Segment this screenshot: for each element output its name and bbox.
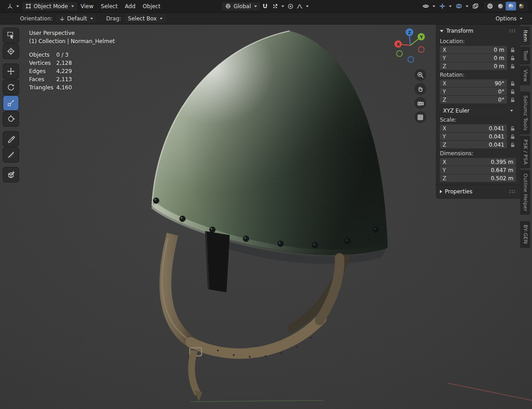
snap-toggle[interactable] <box>260 2 270 10</box>
rotation-mode-select[interactable]: XYZ Euler <box>440 107 516 115</box>
tool-annotate[interactable] <box>3 132 19 146</box>
lock-button[interactable] <box>509 47 516 53</box>
lock-button[interactable] <box>509 142 516 148</box>
options-dropdown[interactable]: Options <box>493 15 526 23</box>
tool-transform[interactable] <box>3 112 19 126</box>
scale-y-field[interactable]: Y0.041 <box>440 133 507 140</box>
rotation-z-field[interactable]: Z0° <box>440 96 507 103</box>
lock-button[interactable] <box>509 126 516 131</box>
overlays-dropdown[interactable] <box>454 2 470 10</box>
tool-add-cube[interactable] <box>3 168 19 182</box>
tab-by-gen[interactable]: BY-GEN <box>520 221 530 247</box>
zoom-button[interactable] <box>414 69 426 81</box>
panel-grip-icon[interactable] <box>509 190 516 193</box>
dimensions-label: Dimensions: <box>436 148 520 158</box>
navigation-gizmo[interactable]: Z Y X <box>393 27 428 64</box>
dimensions-z-field[interactable]: Z0.502 m <box>440 174 516 182</box>
orientation-select[interactable]: Default <box>56 15 96 23</box>
tool-select-box[interactable] <box>3 28 19 43</box>
tool-rotate[interactable] <box>3 80 19 94</box>
lock-button[interactable] <box>509 81 516 86</box>
mode-selector[interactable]: Object Mode <box>22 2 77 10</box>
scale-z-field[interactable]: Z0.041 <box>440 141 507 148</box>
lock-button[interactable] <box>509 55 516 61</box>
dimensions-x-field[interactable]: X0.395 m <box>440 158 516 166</box>
gizmos-dropdown[interactable] <box>438 2 453 10</box>
gizmo-y-label: Y <box>419 35 423 39</box>
viewport-menus: View Select Add Object <box>77 2 164 11</box>
chevron-down-icon <box>510 110 513 112</box>
location-x-field[interactable]: X0 m <box>440 46 507 54</box>
helmet-dome <box>152 31 388 264</box>
camera-view-button[interactable] <box>414 97 426 109</box>
gizmo-neg-x-axis[interactable] <box>419 47 424 53</box>
chevron-down-icon <box>520 18 522 20</box>
ortho-grid-button[interactable] <box>414 111 426 123</box>
scale-fields: X0.041 Y0.041 Z0.041 <box>436 124 520 148</box>
shading-solid-button[interactable] <box>495 2 506 10</box>
tab-tool[interactable]: Tool <box>520 47 530 64</box>
axis-icon <box>59 16 65 21</box>
toggle-xray[interactable] <box>471 2 480 10</box>
location-y-field[interactable]: Y0 m <box>440 54 507 62</box>
lock-button[interactable] <box>509 97 516 103</box>
unlock-icon <box>510 64 515 69</box>
tab-sollumz-tools[interactable]: Sollumz Tools <box>520 92 530 134</box>
transform-panel-header[interactable]: Transform <box>436 25 520 36</box>
viewport-3d[interactable]: User Perspective (1) Collection | Norman… <box>0 25 532 409</box>
unlock-icon <box>510 97 515 103</box>
menu-select[interactable]: Select <box>97 2 121 11</box>
helmet-object[interactable] <box>136 25 399 401</box>
stat-row: Vertices2,128 <box>29 59 115 67</box>
location-z-field[interactable]: Z0 m <box>440 62 507 70</box>
shading-rendered-button[interactable] <box>516 2 527 10</box>
properties-panel-header[interactable]: Properties <box>436 185 520 197</box>
menu-add[interactable]: Add <box>121 2 139 11</box>
menu-object[interactable]: Object <box>139 2 164 11</box>
editor-type-button[interactable] <box>4 2 22 10</box>
camera-icon <box>417 99 424 107</box>
dimensions-y-field[interactable]: Y0.647 m <box>440 166 516 174</box>
wireframe-sphere-icon <box>487 3 493 10</box>
rotation-fields: X90° Y0° Z0° <box>436 79 520 103</box>
lock-button[interactable] <box>509 89 516 94</box>
scale-x-field[interactable]: X0.041 <box>440 124 507 132</box>
drag-select[interactable]: Select Box <box>125 15 166 23</box>
tab-psk-psa[interactable]: PSK / PSA <box>520 136 530 168</box>
chevron-down-icon <box>90 18 93 20</box>
tool-cursor[interactable] <box>3 44 19 59</box>
annotate-pen-icon <box>7 135 15 143</box>
lock-button[interactable] <box>509 134 516 139</box>
rotate-icon <box>7 83 15 91</box>
menu-view[interactable]: View <box>77 2 97 11</box>
shading-wireframe-button[interactable] <box>485 2 495 10</box>
tool-move[interactable] <box>3 64 19 79</box>
tab-item[interactable]: Item <box>520 26 530 45</box>
rotation-y-field[interactable]: Y0° <box>440 88 507 95</box>
properties-panel-title: Properties <box>445 188 473 195</box>
location-label: Location: <box>436 36 520 46</box>
chevron-down-icon <box>281 5 284 7</box>
tool-scale[interactable] <box>3 96 19 110</box>
panel-grip-icon[interactable] <box>509 29 516 33</box>
tool-measure[interactable] <box>3 148 19 162</box>
chevron-down-icon <box>254 5 257 7</box>
tab-view[interactable]: View <box>520 66 530 85</box>
rotation-x-field[interactable]: X90° <box>440 79 507 87</box>
magnifier-icon <box>417 71 424 79</box>
chevron-down-icon <box>160 18 163 20</box>
proportional-falloff-dropdown[interactable] <box>295 2 310 10</box>
gizmo-neg-z-axis[interactable] <box>408 57 414 63</box>
tab-outline-helper[interactable]: Outline Helper <box>520 170 530 215</box>
snapping-dropdown[interactable] <box>270 2 286 10</box>
lock-button[interactable] <box>509 64 516 69</box>
location-fields: X0 m Y0 m Z0 m <box>436 46 520 70</box>
gizmo-neg-y-axis[interactable] <box>397 51 403 57</box>
pan-button[interactable] <box>414 83 426 95</box>
object-visibility-dropdown[interactable] <box>421 2 437 10</box>
cursor-icon <box>7 47 15 55</box>
proportional-editing-toggle[interactable] <box>286 2 295 10</box>
shading-material-button[interactable] <box>506 2 516 10</box>
transform-orientation-dropdown[interactable]: Global <box>222 2 260 10</box>
snap-target-icon <box>272 3 278 10</box>
